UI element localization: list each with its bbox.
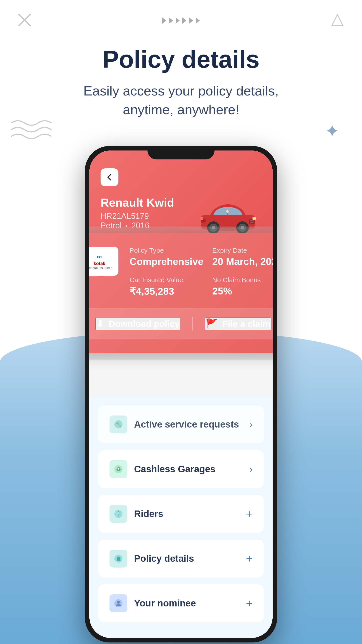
phone-frame: Renault Kwid HR21AL5179 Petrol 2016 — [85, 146, 277, 642]
svg-rect-8 — [250, 222, 254, 222]
phone-screen: Renault Kwid HR21AL5179 Petrol 2016 — [89, 150, 273, 638]
nominee-item[interactable]: Your nominee + — [98, 584, 264, 622]
service-requests-chevron: › — [250, 420, 253, 430]
nominee-plus[interactable]: + — [246, 597, 253, 610]
car-plate: HR21AL5179 — [100, 212, 174, 221]
riders-plus[interactable]: + — [246, 507, 253, 520]
close-icon[interactable] — [18, 14, 31, 28]
svg-rect-7 — [250, 220, 254, 221]
phone-mockup-container: Renault Kwid HR21AL5179 Petrol 2016 — [0, 146, 362, 642]
cashless-garages-label: Cashless Garages — [134, 464, 243, 474]
filter-icon[interactable] — [331, 14, 344, 28]
phone-app-body: 🔧 Active service requests › — [89, 396, 273, 638]
policy-details-icon — [109, 550, 127, 568]
car-name: Renault Kwid — [100, 196, 174, 209]
header-section: Policy details Easily access your policy… — [0, 37, 362, 132]
insurer-logo: ∞ kotak General Insurance — [89, 247, 118, 276]
svg-rect-6 — [249, 219, 255, 224]
policy-card: ∞ kotak General Insurance Policy Type Co… — [89, 233, 273, 353]
svg-point-31 — [117, 600, 120, 604]
download-label: Download policy — [109, 319, 180, 329]
phone-notch — [147, 146, 215, 160]
svg-point-22 — [117, 468, 119, 470]
policy-details-plus[interactable]: + — [246, 552, 253, 565]
policy-card-header: ∞ kotak General Insurance Policy Type Co… — [89, 247, 273, 297]
svg-marker-2 — [332, 14, 343, 26]
car-text-details: Renault Kwid HR21AL5179 Petrol 2016 — [100, 196, 174, 230]
download-policy-button[interactable]: ⬇ Download policy — [95, 318, 180, 330]
policy-type-label: Policy Type — [130, 247, 203, 254]
cashless-garages-item[interactable]: Cashless Garages › — [98, 450, 264, 488]
policy-type-item: Policy Type Comprehensive — [130, 247, 203, 267]
svg-text:🔧: 🔧 — [115, 422, 121, 427]
expiry-label: Expiry Date — [212, 247, 273, 254]
riders-icon — [109, 505, 127, 523]
svg-point-24 — [117, 512, 120, 514]
file-claim-button[interactable]: 🚩 File a claim — [205, 318, 271, 330]
ncb-item: No Claim Bonus 25% — [212, 276, 273, 297]
policy-card-overlay: ∞ kotak General Insurance Policy Type Co… — [89, 226, 273, 360]
riders-item[interactable]: Riders + — [98, 495, 264, 533]
claim-label: File a claim — [222, 319, 271, 329]
expiry-value: 20 March, 2023 — [212, 256, 273, 267]
cashless-garages-chevron: › — [250, 464, 253, 474]
service-requests-label: Active service requests — [134, 419, 243, 430]
expiry-date-item: Expiry Date 20 March, 2023 — [212, 247, 273, 267]
policy-actions: ⬇ Download policy 🚩 File a claim — [89, 308, 273, 340]
policy-details-item[interactable]: Policy details + — [98, 540, 264, 578]
download-icon: ⬇ — [96, 318, 104, 330]
nominee-label: Your nominee — [134, 598, 239, 609]
page-title: Policy details — [18, 46, 344, 73]
ncb-value: 25% — [212, 286, 232, 296]
insured-value: ₹4,35,283 — [130, 286, 174, 297]
svg-rect-11 — [200, 217, 203, 220]
policy-details-grid: Policy Type Comprehensive Expiry Date 20… — [130, 247, 273, 297]
nominee-icon — [109, 594, 127, 612]
back-button[interactable] — [100, 168, 118, 186]
cashless-garages-icon — [109, 460, 127, 478]
active-service-requests-item[interactable]: 🔧 Active service requests › — [98, 406, 264, 444]
service-requests-icon: 🔧 — [109, 416, 127, 433]
page-subtitle: Easily access your policy details,anytim… — [18, 82, 344, 119]
riders-label: Riders — [134, 508, 239, 519]
policy-type-value: Comprehensive — [130, 256, 203, 267]
ncb-label: No Claim Bonus — [212, 276, 273, 284]
policy-details-label: Policy details — [134, 553, 239, 564]
progress-indicator — [162, 18, 200, 24]
action-divider — [192, 317, 193, 330]
insured-value-label: Car Insured Value — [130, 276, 203, 284]
svg-rect-10 — [201, 219, 206, 222]
top-bar — [0, 0, 362, 37]
insured-value-item: Car Insured Value ₹4,35,283 — [130, 276, 203, 297]
claim-icon: 🚩 — [206, 318, 218, 330]
svg-rect-9 — [253, 217, 256, 220]
